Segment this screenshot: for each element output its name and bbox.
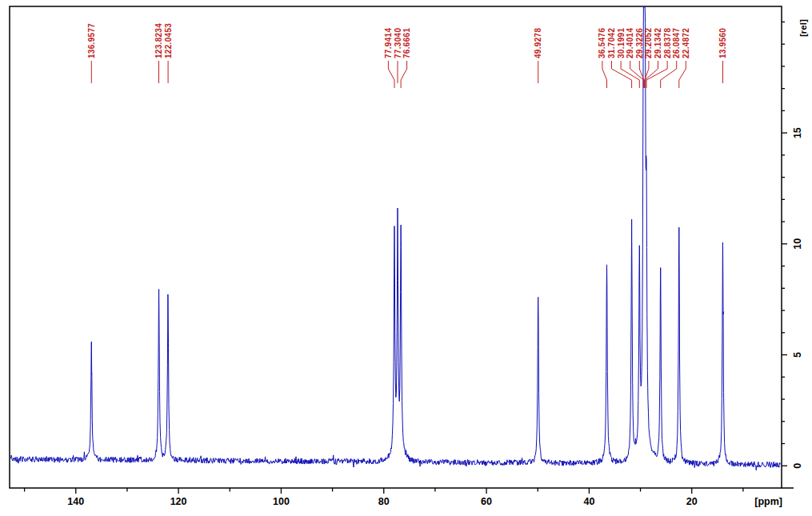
peak-label-123.8234: 123.8234	[154, 23, 163, 58]
peak-label-77.9414: 77.9414	[384, 28, 393, 58]
x-axis-unit-label: [ppm]	[754, 496, 782, 507]
y-tick-label-5: 5	[792, 352, 803, 358]
peak-label-26.0847: 26.0847	[672, 28, 681, 58]
peak-label-29.4014: 29.4014	[626, 28, 634, 58]
peak-connector-line	[612, 61, 632, 88]
peak-connector-line	[401, 61, 407, 88]
nmr-spectrum-plot: 14012010080604020[ppm]051015[rel]136.957…	[0, 0, 812, 516]
peak-label-22.4872: 22.4872	[682, 28, 690, 58]
peak-label-36.5476: 36.5476	[598, 28, 606, 58]
y-tick-label-15: 15	[792, 127, 803, 138]
peak-label-122.0453: 122.0453	[164, 23, 173, 58]
peak-labels: 136.9577123.8234122.045377.941477.304076…	[87, 23, 727, 88]
x-axis: 14012010080604020[ppm]	[25, 488, 782, 507]
peak-label-77.3040: 77.3040	[394, 28, 402, 58]
peak-connector-line	[646, 61, 667, 88]
x-tick-label-60: 60	[481, 496, 492, 507]
peak-label-29.3226: 29.3226	[635, 28, 644, 58]
peak-label-76.6661: 76.6661	[402, 28, 411, 58]
peak-label-31.7042: 31.7042	[607, 28, 616, 58]
x-tick-label-80: 80	[378, 496, 390, 507]
y-axis: 051015[rel]	[782, 19, 808, 469]
y-tick-label-0: 0	[792, 463, 803, 469]
x-tick-label-40: 40	[583, 496, 594, 507]
peak-label-136.9577: 136.9577	[87, 23, 96, 58]
x-tick-label-120: 120	[170, 496, 187, 507]
peak-label-13.9560: 13.9560	[718, 28, 727, 58]
y-tick-label-10: 10	[792, 238, 803, 250]
peak-connector-line	[602, 61, 607, 88]
peak-label-28.8378: 28.8378	[663, 28, 672, 58]
peak-connector-line	[661, 61, 677, 88]
y-axis-unit-label: [rel]	[798, 19, 808, 37]
x-tick-label-20: 20	[686, 496, 698, 507]
peak-label-30.1991: 30.1991	[617, 28, 626, 58]
peak-connector-line	[679, 61, 686, 88]
x-tick-label-140: 140	[67, 496, 84, 507]
peak-label-29.1342: 29.1342	[654, 28, 662, 58]
peak-label-49.9278: 49.9278	[534, 28, 542, 58]
spectrum-window: 14012010080604020[ppm]051015[rel]136.957…	[0, 0, 812, 516]
peak-label-29.2052: 29.2052	[644, 28, 653, 58]
peak-connector-line	[388, 61, 394, 88]
x-tick-label-100: 100	[273, 496, 290, 507]
